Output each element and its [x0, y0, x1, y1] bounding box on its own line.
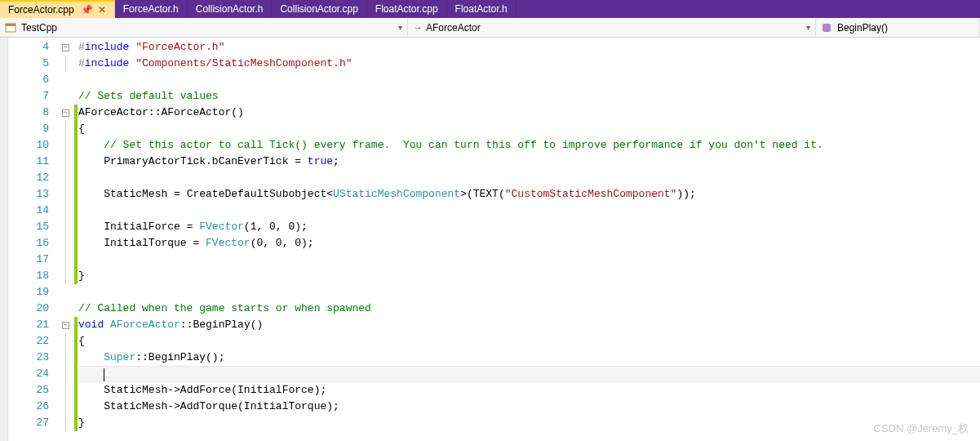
project-icon: [5, 22, 16, 33]
nav-scope-label: TestCpp: [21, 22, 57, 33]
line-number: 14: [8, 203, 49, 219]
line-number: 22: [8, 333, 49, 350]
line-number: 21: [8, 317, 49, 333]
fold-cell: [57, 72, 73, 88]
fold-cell: [57, 268, 73, 284]
line-number: 17: [8, 252, 49, 268]
fold-cell: [57, 350, 73, 366]
line-number: 6: [8, 72, 49, 88]
fold-cell: [57, 366, 73, 382]
fold-cell: [57, 399, 73, 415]
pin-icon[interactable]: 📌: [81, 4, 93, 16]
svg-rect-2: [823, 24, 831, 32]
text-caret: [104, 368, 104, 381]
nav-method-label: BeginPlay(): [837, 22, 888, 33]
line-number: 24: [8, 366, 49, 382]
close-icon[interactable]: ✕: [98, 4, 106, 16]
line-number: 26: [8, 399, 49, 415]
nav-scope-dropdown[interactable]: TestCpp ▾: [0, 18, 408, 37]
fold-toggle-icon[interactable]: −: [62, 44, 69, 51]
chevron-down-icon: ▾: [398, 23, 402, 32]
method-icon: [821, 22, 832, 33]
fold-cell: [57, 170, 73, 186]
line-number: 18: [8, 268, 49, 284]
fold-cell: [57, 415, 73, 431]
tab-floatactor-cpp[interactable]: FloatActor.cpp: [367, 0, 447, 18]
line-number-gutter: 4567891011121314151617181920212223242526…: [8, 38, 57, 441]
tab-label: CollisionActor.h: [196, 3, 264, 15]
fold-cell: [57, 252, 73, 268]
tab-forceactor-cpp[interactable]: ForceActor.cpp 📌 ✕: [0, 0, 115, 18]
tab-floatactor-h[interactable]: FloatActor.h: [447, 0, 517, 18]
line-number: 10: [8, 137, 49, 154]
fold-cell[interactable]: −: [57, 105, 73, 121]
fold-cell: [57, 154, 73, 170]
line-number: 19: [8, 284, 49, 301]
nav-bar: TestCpp ▾ → AForceActor ▾ BeginPlay(): [0, 18, 980, 38]
line-number: 25: [8, 382, 49, 399]
fold-cell: [57, 88, 73, 105]
fold-cell[interactable]: −: [57, 39, 73, 56]
fold-cell: [57, 137, 73, 154]
tabs-bar: ForceActor.cpp 📌 ✕ ForceActor.h Collisio…: [0, 0, 980, 18]
nav-class-label: AForceActor: [426, 22, 481, 33]
fold-cell: [57, 121, 73, 137]
tab-label: CollisionActor.cpp: [280, 3, 357, 15]
fold-cell[interactable]: −: [57, 317, 73, 333]
line-number: 15: [8, 219, 49, 235]
line-number: 11: [8, 154, 49, 170]
line-number: 9: [8, 121, 49, 137]
fold-cell: [57, 219, 73, 235]
fold-cell: [57, 382, 73, 399]
line-number: 12: [8, 170, 49, 186]
line-number: 8: [8, 105, 49, 121]
fold-cell: [57, 284, 73, 301]
svg-rect-1: [6, 24, 16, 26]
tab-collisionactor-cpp[interactable]: CollisionActor.cpp: [272, 0, 366, 18]
arrow-icon: →: [413, 22, 423, 33]
line-number: 4: [8, 39, 49, 56]
tab-label: ForceActor.h: [123, 3, 179, 15]
line-number: 13: [8, 186, 49, 203]
nav-method-dropdown[interactable]: BeginPlay(): [816, 18, 980, 37]
current-line[interactable]: [78, 366, 980, 382]
fold-cell: [57, 333, 73, 350]
fold-toggle-icon[interactable]: −: [62, 322, 69, 329]
fold-cell: [57, 301, 73, 317]
fold-cell: [57, 235, 73, 252]
fold-cell: [57, 186, 73, 203]
tab-label: ForceActor.cpp: [8, 4, 74, 16]
line-number: 7: [8, 88, 49, 105]
nav-class-dropdown[interactable]: → AForceActor ▾: [408, 18, 816, 37]
margin-indicator: [0, 38, 8, 441]
line-number: 27: [8, 415, 49, 431]
line-number: 16: [8, 235, 49, 252]
line-number: 20: [8, 301, 49, 317]
fold-toggle-icon[interactable]: −: [62, 109, 69, 117]
fold-cell: [57, 56, 73, 72]
code-area[interactable]: #include "ForceActor.h" #include "Compon…: [78, 38, 980, 441]
fold-column: −−−: [57, 38, 73, 441]
line-number: 23: [8, 350, 49, 366]
tab-label: FloatActor.cpp: [375, 3, 438, 15]
code-editor[interactable]: 4567891011121314151617181920212223242526…: [0, 38, 980, 441]
line-number: 5: [8, 56, 49, 72]
tab-forceactor-h[interactable]: ForceActor.h: [115, 0, 188, 18]
tab-collisionactor-h[interactable]: CollisionActor.h: [188, 0, 273, 18]
fold-cell: [57, 203, 73, 219]
chevron-down-icon: ▾: [806, 23, 810, 32]
tab-label: FloatActor.h: [455, 3, 508, 15]
